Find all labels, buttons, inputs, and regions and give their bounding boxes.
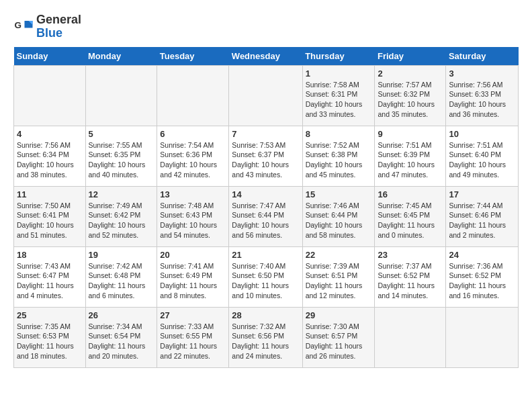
day-number: 8 xyxy=(306,129,372,139)
day-info: Sunrise: 7:44 AM Sunset: 6:46 PM Dayligh… xyxy=(449,201,515,240)
day-info: Sunrise: 7:42 AM Sunset: 6:48 PM Dayligh… xyxy=(89,261,154,301)
logo-text: General Blue xyxy=(36,13,81,40)
week-row-5: 25Sunrise: 7:35 AM Sunset: 6:53 PM Dayli… xyxy=(14,307,519,367)
day-number: 29 xyxy=(306,310,372,320)
calendar-cell xyxy=(446,307,519,367)
calendar-cell: 28Sunrise: 7:32 AM Sunset: 6:56 PM Dayli… xyxy=(229,307,302,367)
calendar-cell: 22Sunrise: 7:39 AM Sunset: 6:51 PM Dayli… xyxy=(302,246,375,307)
day-number: 18 xyxy=(17,250,83,260)
calendar-cell: 20Sunrise: 7:41 AM Sunset: 6:49 PM Dayli… xyxy=(157,246,229,307)
day-number: 15 xyxy=(306,189,372,199)
day-number: 5 xyxy=(89,129,154,139)
calendar-cell: 23Sunrise: 7:37 AM Sunset: 6:52 PM Dayli… xyxy=(375,246,446,307)
calendar-cell: 14Sunrise: 7:47 AM Sunset: 6:44 PM Dayli… xyxy=(229,186,302,246)
calendar-cell: 18Sunrise: 7:43 AM Sunset: 6:47 PM Dayli… xyxy=(14,246,86,307)
day-info: Sunrise: 7:41 AM Sunset: 6:49 PM Dayligh… xyxy=(160,261,226,301)
calendar-cell: 15Sunrise: 7:46 AM Sunset: 6:44 PM Dayli… xyxy=(302,186,375,246)
day-info: Sunrise: 7:50 AM Sunset: 6:41 PM Dayligh… xyxy=(17,201,83,240)
col-header-saturday: Saturday xyxy=(446,47,519,66)
calendar-cell xyxy=(229,65,302,126)
calendar-cell xyxy=(375,307,446,367)
day-number: 25 xyxy=(17,310,83,320)
day-number: 26 xyxy=(89,310,154,320)
col-header-sunday: Sunday xyxy=(14,47,86,66)
day-number: 27 xyxy=(160,310,226,320)
day-info: Sunrise: 7:43 AM Sunset: 6:47 PM Dayligh… xyxy=(17,261,83,301)
calendar-cell: 24Sunrise: 7:36 AM Sunset: 6:52 PM Dayli… xyxy=(446,246,519,307)
day-number: 24 xyxy=(449,250,515,260)
day-info: Sunrise: 7:53 AM Sunset: 6:37 PM Dayligh… xyxy=(232,140,299,180)
day-number: 7 xyxy=(232,129,299,139)
calendar-cell: 29Sunrise: 7:30 AM Sunset: 6:57 PM Dayli… xyxy=(302,307,375,367)
day-number: 14 xyxy=(232,189,299,199)
day-info: Sunrise: 7:37 AM Sunset: 6:52 PM Dayligh… xyxy=(378,261,443,301)
calendar-table: SundayMondayTuesdayWednesdayThursdayFrid… xyxy=(13,47,519,368)
day-number: 21 xyxy=(232,250,299,260)
calendar-cell: 27Sunrise: 7:33 AM Sunset: 6:55 PM Dayli… xyxy=(157,307,229,367)
day-info: Sunrise: 7:48 AM Sunset: 6:43 PM Dayligh… xyxy=(160,201,226,240)
day-info: Sunrise: 7:56 AM Sunset: 6:33 PM Dayligh… xyxy=(449,80,515,120)
day-number: 9 xyxy=(378,129,443,139)
day-info: Sunrise: 7:51 AM Sunset: 6:40 PM Dayligh… xyxy=(449,140,515,180)
week-row-1: 1Sunrise: 7:58 AM Sunset: 6:31 PM Daylig… xyxy=(14,65,519,126)
week-row-3: 11Sunrise: 7:50 AM Sunset: 6:41 PM Dayli… xyxy=(14,186,519,246)
calendar-cell: 25Sunrise: 7:35 AM Sunset: 6:53 PM Dayli… xyxy=(14,307,86,367)
calendar-cell: 7Sunrise: 7:53 AM Sunset: 6:37 PM Daylig… xyxy=(229,126,302,186)
calendar-cell xyxy=(85,65,157,126)
page-header: G General Blue xyxy=(13,13,519,40)
day-info: Sunrise: 7:55 AM Sunset: 6:35 PM Dayligh… xyxy=(89,140,154,180)
day-info: Sunrise: 7:33 AM Sunset: 6:55 PM Dayligh… xyxy=(160,322,226,361)
day-info: Sunrise: 7:32 AM Sunset: 6:56 PM Dayligh… xyxy=(232,322,299,361)
logo-icon: G xyxy=(13,17,34,37)
calendar-cell: 17Sunrise: 7:44 AM Sunset: 6:46 PM Dayli… xyxy=(446,186,519,246)
calendar-cell: 16Sunrise: 7:45 AM Sunset: 6:45 PM Dayli… xyxy=(375,186,446,246)
calendar-cell: 4Sunrise: 7:56 AM Sunset: 6:34 PM Daylig… xyxy=(14,126,86,186)
day-info: Sunrise: 7:45 AM Sunset: 6:45 PM Dayligh… xyxy=(378,201,443,240)
col-header-thursday: Thursday xyxy=(302,47,375,66)
col-header-tuesday: Tuesday xyxy=(157,47,229,66)
day-info: Sunrise: 7:51 AM Sunset: 6:39 PM Dayligh… xyxy=(378,140,443,180)
calendar-cell: 3Sunrise: 7:56 AM Sunset: 6:33 PM Daylig… xyxy=(446,65,519,126)
day-number: 19 xyxy=(89,250,154,260)
week-row-4: 18Sunrise: 7:43 AM Sunset: 6:47 PM Dayli… xyxy=(14,246,519,307)
day-info: Sunrise: 7:39 AM Sunset: 6:51 PM Dayligh… xyxy=(306,261,372,301)
calendar-cell xyxy=(157,65,229,126)
day-info: Sunrise: 7:34 AM Sunset: 6:54 PM Dayligh… xyxy=(89,322,154,361)
week-row-2: 4Sunrise: 7:56 AM Sunset: 6:34 PM Daylig… xyxy=(14,126,519,186)
day-info: Sunrise: 7:30 AM Sunset: 6:57 PM Dayligh… xyxy=(306,322,372,361)
day-info: Sunrise: 7:49 AM Sunset: 6:42 PM Dayligh… xyxy=(89,201,154,240)
day-number: 2 xyxy=(378,68,443,79)
day-number: 28 xyxy=(232,310,299,320)
day-number: 13 xyxy=(160,189,226,199)
day-info: Sunrise: 7:46 AM Sunset: 6:44 PM Dayligh… xyxy=(306,201,372,240)
day-info: Sunrise: 7:47 AM Sunset: 6:44 PM Dayligh… xyxy=(232,201,299,240)
day-number: 23 xyxy=(378,250,443,260)
day-info: Sunrise: 7:56 AM Sunset: 6:34 PM Dayligh… xyxy=(17,140,83,180)
calendar-cell: 6Sunrise: 7:54 AM Sunset: 6:36 PM Daylig… xyxy=(157,126,229,186)
svg-text:G: G xyxy=(15,19,22,30)
day-info: Sunrise: 7:35 AM Sunset: 6:53 PM Dayligh… xyxy=(17,322,83,361)
calendar-cell: 8Sunrise: 7:52 AM Sunset: 6:38 PM Daylig… xyxy=(302,126,375,186)
col-header-monday: Monday xyxy=(85,47,157,66)
day-number: 11 xyxy=(17,189,83,199)
day-number: 17 xyxy=(449,189,515,199)
day-info: Sunrise: 7:54 AM Sunset: 6:36 PM Dayligh… xyxy=(160,140,226,180)
calendar-cell: 26Sunrise: 7:34 AM Sunset: 6:54 PM Dayli… xyxy=(85,307,157,367)
day-number: 10 xyxy=(449,129,515,139)
calendar-cell: 5Sunrise: 7:55 AM Sunset: 6:35 PM Daylig… xyxy=(85,126,157,186)
day-number: 20 xyxy=(160,250,226,260)
calendar-cell: 1Sunrise: 7:58 AM Sunset: 6:31 PM Daylig… xyxy=(302,65,375,126)
day-number: 16 xyxy=(378,189,443,199)
col-header-friday: Friday xyxy=(375,47,446,66)
day-info: Sunrise: 7:40 AM Sunset: 6:50 PM Dayligh… xyxy=(232,261,299,301)
calendar-cell: 2Sunrise: 7:57 AM Sunset: 6:32 PM Daylig… xyxy=(375,65,446,126)
col-header-wednesday: Wednesday xyxy=(229,47,302,66)
day-info: Sunrise: 7:36 AM Sunset: 6:52 PM Dayligh… xyxy=(449,261,515,301)
calendar-cell xyxy=(14,65,86,126)
calendar-cell: 9Sunrise: 7:51 AM Sunset: 6:39 PM Daylig… xyxy=(375,126,446,186)
calendar-cell: 19Sunrise: 7:42 AM Sunset: 6:48 PM Dayli… xyxy=(85,246,157,307)
calendar-cell: 11Sunrise: 7:50 AM Sunset: 6:41 PM Dayli… xyxy=(14,186,86,246)
day-info: Sunrise: 7:52 AM Sunset: 6:38 PM Dayligh… xyxy=(306,140,372,180)
day-number: 12 xyxy=(89,189,154,199)
calendar-cell: 21Sunrise: 7:40 AM Sunset: 6:50 PM Dayli… xyxy=(229,246,302,307)
